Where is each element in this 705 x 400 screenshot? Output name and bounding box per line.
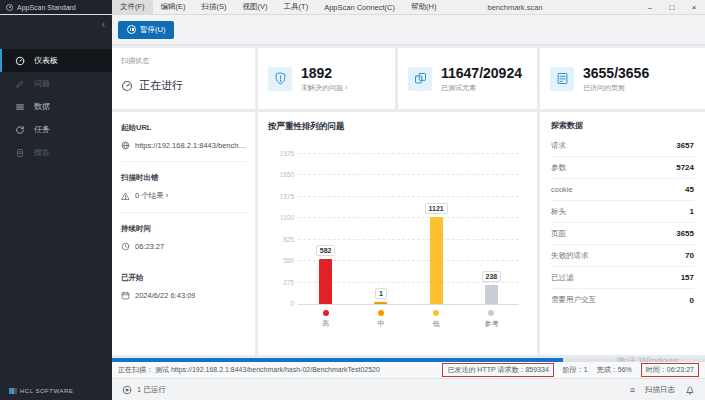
menu-icon[interactable]: ≡	[630, 385, 635, 395]
bar-value-label: 1121	[425, 203, 448, 214]
minimize-icon[interactable]: –	[639, 0, 661, 15]
explore-row-label: 参数	[551, 163, 566, 173]
detail-value: 2024/6/22 6:43:09	[135, 291, 195, 300]
explore-data-table: 请求3657参数5724cookie45标头1页面3655失败的请求70已过滤1…	[551, 135, 694, 311]
maximize-icon[interactable]: □	[661, 0, 683, 15]
stat-value: 3655/3656	[583, 65, 649, 81]
sidebar-nav: 仪表板问题数据任务报告	[0, 49, 112, 164]
bar-参考[interactable]	[485, 285, 498, 304]
bar-column-低: 1121	[409, 154, 464, 304]
bar-column-中: 1	[353, 154, 408, 304]
sidebar-item-0[interactable]: 仪表板	[0, 49, 112, 72]
bar-column-高: 582	[298, 154, 353, 304]
sidebar-collapse-icon[interactable]: ‹	[102, 20, 105, 30]
detail-section-3: 已开始2024/6/22 6:43:09	[121, 273, 246, 311]
explore-row-3: 标头1	[551, 201, 694, 223]
explore-row-label: cookie	[551, 185, 573, 194]
stat-label[interactable]: 未解决的问题 ›	[301, 83, 347, 93]
explore-row-value: 5724	[676, 163, 694, 172]
legend-dot	[488, 310, 494, 316]
sidebar-item-4[interactable]: 报告	[0, 141, 112, 164]
window-title: benchmark.scan	[430, 0, 600, 15]
detail-title: 起始URL	[121, 123, 246, 133]
x-category-1: 中	[353, 305, 408, 329]
globe-icon	[121, 141, 130, 150]
scan-log-button[interactable]: 扫描日志	[645, 385, 675, 395]
y-tick-label: 1925	[270, 150, 294, 157]
notifications-bell-icon[interactable]	[685, 385, 695, 395]
explore-data-panel: 探索数据 请求3657参数5724cookie45标头1页面3655失败的请求7…	[540, 112, 705, 355]
explore-row-value: 70	[685, 251, 694, 260]
explore-row-2: cookie45	[551, 179, 694, 201]
sidebar-item-label: 报告	[34, 147, 50, 158]
explore-row-label: 页面	[551, 229, 566, 239]
sidebar-item-label: 仪表板	[34, 55, 58, 66]
y-tick-label: 0	[270, 300, 294, 307]
explore-row-label: 需要用户交互	[551, 295, 596, 305]
stat-card-0: 1892未解决的问题 ›	[258, 48, 395, 109]
layers-icon	[15, 102, 25, 112]
bar-value-label: 1	[375, 288, 387, 299]
hcl-footer-label: HCL SOFTWARE	[20, 388, 73, 394]
sidebar-item-3[interactable]: 任务	[0, 118, 112, 141]
hcl-footer: HCL SOFTWARE	[9, 388, 73, 394]
bar-中[interactable]	[374, 302, 387, 304]
detail-value[interactable]: https://192.168.2.1:8443/benchm...	[135, 141, 246, 150]
menu-item-1[interactable]: 编辑(E)	[153, 0, 194, 14]
http-requests-count: 已发送的 HTTP 请求数：859334	[442, 363, 553, 377]
detail-title: 已开始	[121, 273, 246, 283]
pages-icon	[408, 67, 432, 91]
shield-alert-icon	[268, 67, 292, 91]
menu-item-2[interactable]: 扫描(S)	[194, 0, 235, 14]
x-category-3: 参考	[464, 305, 519, 329]
bar-高[interactable]	[319, 259, 332, 304]
scan-status-value: 正在进行	[139, 78, 183, 93]
bottom-bar: 1 已运行 ≡ 扫描日志	[112, 378, 705, 400]
explore-row-value: 157	[681, 273, 694, 282]
explore-row-label: 失败的请求	[551, 251, 589, 261]
gauge-icon	[121, 80, 133, 92]
pencil-icon	[15, 79, 25, 89]
close-icon[interactable]: ×	[683, 0, 705, 15]
chart-title: 按严重性排列的问题	[268, 121, 527, 133]
menu-item-5[interactable]: AppScan Connect(C)	[316, 0, 403, 14]
x-category-2: 低	[409, 305, 464, 329]
menu-item-0[interactable]: 文件(F)	[112, 0, 153, 14]
gauge-icon	[15, 56, 25, 66]
status-bar: 正在扫描： 测试 https://192.168.2.1:8443/benchm…	[112, 362, 705, 378]
bar-低[interactable]	[430, 217, 443, 304]
menu-item-3[interactable]: 视图(V)	[235, 0, 276, 14]
menu-item-4[interactable]: 工具(T)	[276, 0, 317, 14]
legend-dot	[323, 310, 329, 316]
y-tick-label: 550	[270, 257, 294, 264]
server-icon	[550, 67, 574, 91]
running-scan-label: 1 已运行	[137, 385, 166, 395]
stat-card-1: 11647/20924已测试元素	[398, 48, 537, 109]
y-tick-label: 275	[270, 279, 294, 286]
calendar-icon	[121, 291, 130, 300]
explore-row-5: 失败的请求70	[551, 245, 694, 267]
explore-row-value: 1	[690, 207, 694, 216]
detail-title: 持续时间	[121, 224, 246, 234]
sidebar-item-2[interactable]: 数据	[0, 95, 112, 118]
titlebar: AppScan Standard 文件(F)编辑(E)扫描(S)视图(V)工具(…	[0, 0, 705, 15]
bar-chart-plot: 0275550825110013751650192558211121238	[298, 155, 519, 305]
legend-dot	[378, 310, 384, 316]
window-controls: – □ ×	[639, 0, 705, 15]
pause-button[interactable]: 暂停(U)	[118, 21, 174, 39]
sidebar-item-1[interactable]: 问题	[0, 72, 112, 95]
detail-value[interactable]: 0 个结果 ›	[135, 191, 168, 201]
x-tick-label: 中	[377, 319, 384, 329]
scan-status-card: 扫描状态 正在进行	[112, 48, 255, 109]
detail-section-2: 持续时间06:23:27	[121, 224, 246, 262]
severity-chart-panel: 按严重性排列的问题 027555082511001375165019255821…	[258, 112, 537, 355]
explore-row-value: 3655	[676, 229, 694, 238]
x-tick-label: 低	[433, 319, 440, 329]
complete-percent: 完成：56%	[597, 365, 632, 375]
y-tick-label: 1650	[270, 171, 294, 178]
elapsed-time: 时间：06:23:27	[641, 363, 699, 377]
explore-row-1: 参数5724	[551, 157, 694, 179]
toolbar: 暂停(U)	[112, 15, 705, 45]
y-tick-label: 1375	[270, 193, 294, 200]
detail-section-1: 扫描时出错0 个结果 ›	[121, 173, 246, 213]
